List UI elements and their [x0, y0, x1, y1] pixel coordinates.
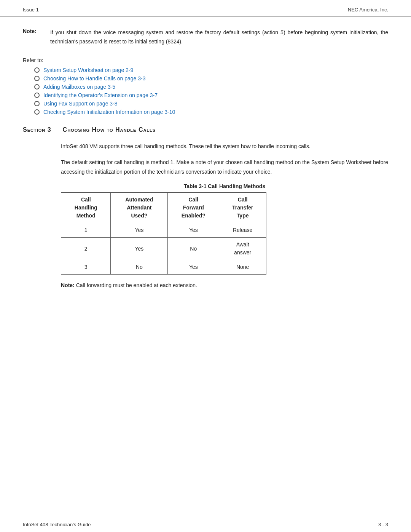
table-note-text: Call forwarding must be enabled at each …	[76, 282, 197, 288]
link-checking-init[interactable]: Checking System Initialization Informati…	[43, 109, 175, 115]
body-paragraph-1: InfoSet 408 VM supports three call handl…	[61, 142, 388, 151]
bullet-icon	[34, 109, 40, 115]
page-header: Issue 1 NEC America, Inc.	[0, 0, 411, 17]
table-header-row: CallHandlingMethod AutomatedAttendantUse…	[61, 193, 266, 223]
header-issue: Issue 1	[23, 7, 39, 13]
th-call-forward: CallForwardEnabled?	[168, 193, 219, 223]
link-choosing-calls[interactable]: Choosing How to Handle Calls on page 3-3	[43, 75, 146, 81]
row2-attendant: Yes	[111, 238, 168, 260]
th-automated-attendant: AutomatedAttendantUsed?	[111, 193, 168, 223]
row3-method: 3	[61, 260, 111, 275]
section-title: Choosing How to Handle Calls	[63, 126, 156, 133]
link-fax-support[interactable]: Using Fax Support on page 3-8	[43, 101, 118, 107]
link-system-setup[interactable]: System Setup Worksheet on page 2-9	[43, 67, 133, 73]
refer-to-label: Refer to:	[23, 57, 388, 63]
note-block: Note: If you shut down the voice messagi…	[23, 28, 388, 46]
table-note: Note: Call forwarding must be enabled at…	[61, 282, 388, 288]
main-content: Note: If you shut down the voice messagi…	[0, 17, 411, 517]
bullet-icon	[34, 84, 40, 89]
list-item: Choosing How to Handle Calls on page 3-3	[34, 75, 388, 81]
page-footer: InfoSet 408 Technician's Guide 3 - 3	[0, 517, 411, 532]
row3-attendant: No	[111, 260, 168, 275]
bullet-icon	[34, 101, 40, 106]
row1-forward: Yes	[168, 223, 219, 238]
list-item: Identifying the Operator's Extension on …	[34, 92, 388, 98]
link-list: System Setup Worksheet on page 2-9 Choos…	[34, 67, 388, 115]
bullet-icon	[34, 93, 40, 98]
list-item: Adding Mailboxes on page 3-5	[34, 84, 388, 90]
table-row: 2 Yes No Awaitanswer	[61, 238, 266, 260]
row3-transfer: None	[219, 260, 266, 275]
bullet-icon	[34, 67, 40, 73]
list-item: Checking System Initialization Informati…	[34, 109, 388, 115]
th-call-transfer: CallTransferType	[219, 193, 266, 223]
footer-page-number: 3 - 3	[378, 522, 388, 527]
section-heading: Section 3 Choosing How to Handle Calls	[23, 126, 388, 133]
row2-method: 2	[61, 238, 111, 260]
table-note-label: Note:	[61, 282, 75, 288]
row1-method: 1	[61, 223, 111, 238]
note-text: If you shut down the voice messaging sys…	[50, 28, 388, 46]
bullet-icon	[34, 76, 40, 81]
call-handling-table: CallHandlingMethod AutomatedAttendantUse…	[61, 192, 266, 275]
header-company: NEC America, Inc.	[348, 7, 388, 13]
table-wrapper: Table 3-1 Call Handling Methods CallHand…	[61, 183, 388, 275]
th-call-handling-method: CallHandlingMethod	[61, 193, 111, 223]
list-item: System Setup Worksheet on page 2-9	[34, 67, 388, 73]
table-caption: Table 3-1 Call Handling Methods	[61, 183, 388, 189]
footer-guide-title: InfoSet 408 Technician's Guide	[23, 522, 91, 527]
list-item: Using Fax Support on page 3-8	[34, 101, 388, 107]
section-number: Section 3	[23, 126, 51, 133]
link-operator-extension[interactable]: Identifying the Operator's Extension on …	[43, 92, 158, 98]
table-row: 3 No Yes None	[61, 260, 266, 275]
page-container: Issue 1 NEC America, Inc. Note: If you s…	[0, 0, 411, 532]
row3-forward: Yes	[168, 260, 219, 275]
link-adding-mailboxes[interactable]: Adding Mailboxes on page 3-5	[43, 84, 115, 90]
table-row: 1 Yes Yes Release	[61, 223, 266, 238]
row1-attendant: Yes	[111, 223, 168, 238]
row1-transfer: Release	[219, 223, 266, 238]
body-paragraph-2: The default setting for call handling is…	[61, 158, 388, 176]
row2-transfer: Awaitanswer	[219, 238, 266, 260]
row2-forward: No	[168, 238, 219, 260]
note-label: Note:	[23, 28, 46, 46]
